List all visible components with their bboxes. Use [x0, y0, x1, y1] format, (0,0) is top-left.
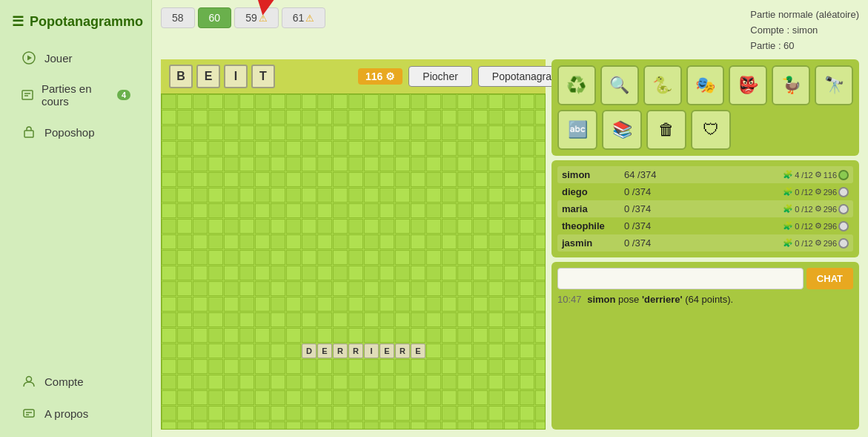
- grid-cell[interactable]: [457, 421, 472, 429]
- grid-cell[interactable]: [162, 94, 176, 109]
- grid-cell[interactable]: [286, 172, 301, 187]
- grid-cell[interactable]: [224, 157, 239, 171]
- tab-59[interactable]: 59 ⚠: [234, 7, 279, 28]
- grid-cell[interactable]: [411, 110, 425, 125]
- grid-cell[interactable]: [302, 94, 317, 109]
- grid-cell[interactable]: [271, 157, 285, 171]
- grid-cell[interactable]: [239, 344, 254, 358]
- grid-cell[interactable]: [193, 203, 208, 218]
- grid-cell[interactable]: [286, 110, 301, 125]
- grid-cell[interactable]: [255, 234, 270, 249]
- grid-cell[interactable]: [473, 172, 488, 187]
- grid-cell[interactable]: [224, 250, 239, 265]
- grid-cell[interactable]: [364, 375, 379, 390]
- grid-cell[interactable]: [224, 125, 239, 140]
- grid-cell[interactable]: [380, 250, 394, 265]
- grid-cell[interactable]: [457, 312, 472, 327]
- grid-cell[interactable]: [239, 390, 254, 405]
- grid-cell[interactable]: [317, 375, 332, 390]
- grid-cell[interactable]: [535, 110, 545, 125]
- grid-cell[interactable]: [224, 406, 239, 421]
- grid-cell[interactable]: [302, 110, 317, 125]
- grid-cell[interactable]: [364, 250, 379, 265]
- grid-cell[interactable]: [177, 172, 192, 187]
- grid-cell[interactable]: [224, 312, 239, 327]
- grid-cell[interactable]: [348, 266, 363, 280]
- grid-cell[interactable]: [488, 359, 503, 374]
- grid-cell[interactable]: [224, 234, 239, 249]
- grid-cell[interactable]: [426, 328, 441, 343]
- grid-cell[interactable]: [208, 94, 223, 109]
- grid-cell[interactable]: [224, 375, 239, 390]
- grid-cell[interactable]: [255, 281, 270, 296]
- grid-cell[interactable]: [411, 125, 425, 140]
- grid-cell[interactable]: [488, 141, 503, 156]
- grid-cell[interactable]: [317, 359, 332, 374]
- grid-cell[interactable]: [286, 344, 301, 358]
- grid-cell[interactable]: [411, 359, 425, 374]
- grid-cell[interactable]: [348, 328, 363, 343]
- grid-cell[interactable]: [255, 188, 270, 203]
- grid-cell[interactable]: [473, 359, 488, 374]
- grid-cell[interactable]: [255, 359, 270, 374]
- grid-cell[interactable]: [395, 94, 410, 109]
- grid-cell[interactable]: [193, 359, 208, 374]
- grid-cell[interactable]: [364, 110, 379, 125]
- grid-cell[interactable]: [177, 359, 192, 374]
- grid-cell[interactable]: [224, 328, 239, 343]
- grid-cell[interactable]: [380, 406, 394, 421]
- tab-58[interactable]: 58: [161, 7, 195, 28]
- grid-cell[interactable]: [520, 94, 534, 109]
- grid-cell[interactable]: [177, 188, 192, 203]
- grid-cell[interactable]: [488, 110, 503, 125]
- sidebar-item-jouer[interactable]: Jouer: [6, 42, 145, 73]
- grid-cell[interactable]: [177, 390, 192, 405]
- grid-cell[interactable]: [364, 406, 379, 421]
- grid-cell[interactable]: [208, 203, 223, 218]
- grid-cell[interactable]: [395, 157, 410, 171]
- grid-cell[interactable]: [411, 421, 425, 429]
- grid-cell[interactable]: [177, 219, 192, 234]
- powerup-shield[interactable]: 🛡: [691, 110, 731, 150]
- grid-cell[interactable]: [302, 250, 317, 265]
- grid-cell[interactable]: [348, 234, 363, 249]
- grid-cell[interactable]: [286, 375, 301, 390]
- grid-cell[interactable]: [224, 203, 239, 218]
- grid-cell[interactable]: [333, 281, 348, 296]
- grid-cell[interactable]: [271, 94, 285, 109]
- grid-cell[interactable]: [193, 172, 208, 187]
- grid-cell[interactable]: [380, 219, 394, 234]
- grid-cell[interactable]: [364, 328, 379, 343]
- grid-cell[interactable]: [162, 328, 176, 343]
- grid-cell[interactable]: [239, 328, 254, 343]
- grid-cell[interactable]: [255, 406, 270, 421]
- grid-cell[interactable]: [442, 188, 457, 203]
- grid-cell[interactable]: [333, 141, 348, 156]
- grid-cell[interactable]: [286, 157, 301, 171]
- grid-cell[interactable]: [348, 406, 363, 421]
- grid-cell[interactable]: [488, 281, 503, 296]
- grid-cell[interactable]: [364, 421, 379, 429]
- grid-cell[interactable]: [380, 266, 394, 280]
- grid-cell[interactable]: [535, 219, 545, 234]
- powerup-trash[interactable]: 🗑: [646, 110, 686, 150]
- grid-cell[interactable]: [473, 312, 488, 327]
- grid-cell[interactable]: [520, 157, 534, 171]
- grid-cell[interactable]: [333, 297, 348, 312]
- grid-cell[interactable]: [442, 375, 457, 390]
- tab-60[interactable]: 60: [198, 7, 232, 28]
- grid-cell[interactable]: [411, 234, 425, 249]
- grid-cell[interactable]: [442, 390, 457, 405]
- grid-cell[interactable]: [411, 390, 425, 405]
- grid-cell[interactable]: [364, 234, 379, 249]
- grid-cell[interactable]: [504, 188, 519, 203]
- grid-cell[interactable]: [442, 94, 457, 109]
- grid-cell[interactable]: [364, 390, 379, 405]
- grid-cell[interactable]: [395, 297, 410, 312]
- grid-cell[interactable]: [395, 188, 410, 203]
- grid-cell[interactable]: [364, 312, 379, 327]
- grid-cell[interactable]: [333, 219, 348, 234]
- grid-cell[interactable]: [520, 328, 534, 343]
- grid-cell[interactable]: [162, 234, 176, 249]
- grid-cell[interactable]: [442, 172, 457, 187]
